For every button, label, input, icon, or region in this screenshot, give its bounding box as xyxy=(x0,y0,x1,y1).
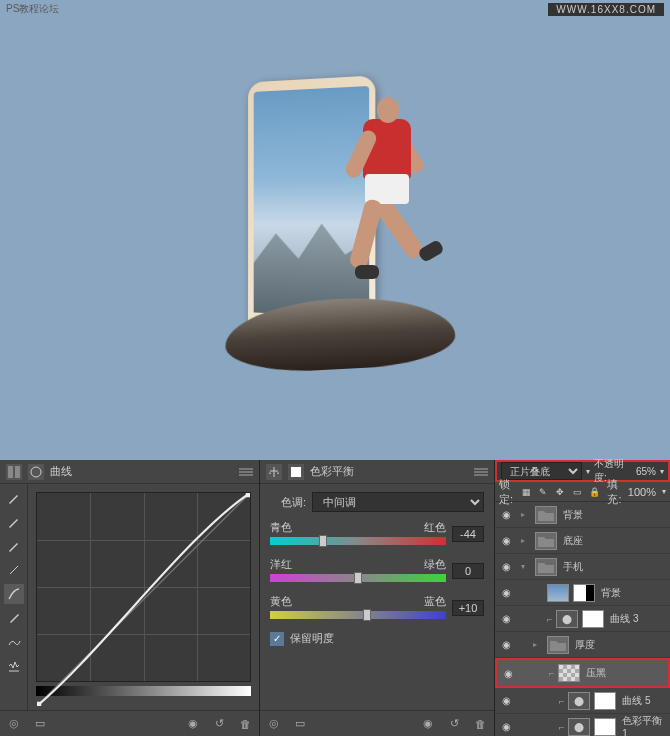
layer-row[interactable]: ◉ ⌐⬤ 曲线 3 xyxy=(495,606,670,632)
visibility-eye-icon[interactable]: ◉ xyxy=(499,535,513,546)
visibility-eye-icon[interactable]: ◉ xyxy=(499,561,513,572)
lock-pixels-icon[interactable]: ▦ xyxy=(519,485,533,499)
curves-graph-area[interactable] xyxy=(28,484,259,710)
layer-row[interactable]: ◉ ▸ 底座 xyxy=(495,528,670,554)
watermark-header: PS教程论坛 WWW.16XX8.COM xyxy=(0,0,670,18)
slider-thumb[interactable] xyxy=(319,535,327,547)
layer-name[interactable]: 背景 xyxy=(561,508,666,522)
clip-icon[interactable]: ▭ xyxy=(32,716,48,732)
slider-left-label: 洋红 xyxy=(270,557,292,572)
clip-indicator-icon: ⌐ xyxy=(549,668,554,678)
slider-thumb[interactable] xyxy=(354,572,362,584)
slider-right-label: 绿色 xyxy=(424,557,446,572)
slider-thumb[interactable] xyxy=(363,609,371,621)
lock-brush-icon[interactable]: ✎ xyxy=(536,485,550,499)
blend-opacity-row: 正片叠底 ▾ 不透明度: 65% ▾ xyxy=(495,460,670,482)
edit-points-icon[interactable] xyxy=(4,560,24,580)
visibility-eye-icon[interactable]: ◉ xyxy=(501,668,515,679)
curves-icon xyxy=(6,464,22,480)
layer-name[interactable]: 厚度 xyxy=(573,638,666,652)
layer-mask xyxy=(573,584,595,602)
balance-icon xyxy=(266,464,282,480)
svg-rect-9 xyxy=(291,467,301,477)
fill-value[interactable]: 100% xyxy=(628,486,656,498)
lock-position-icon[interactable]: ✥ xyxy=(553,485,567,499)
layer-name[interactable]: 背景 xyxy=(599,586,666,600)
layer-row[interactable]: ◉ ▸ 厚度 xyxy=(495,632,670,658)
smooth-icon[interactable] xyxy=(4,632,24,652)
colorbalance-menu-icon[interactable] xyxy=(474,467,488,477)
color-slider[interactable] xyxy=(270,574,446,582)
chevron-down-icon[interactable]: ▾ xyxy=(660,467,664,476)
canvas-area[interactable] xyxy=(0,18,670,460)
eyedropper-minus-icon[interactable] xyxy=(4,536,24,556)
colorbalance-body: 色调: 中间调 青色红色 -44 洋红绿色 0 黄色蓝色 +10 ✓ 保留明度 xyxy=(260,484,494,710)
layers-panel: 正片叠底 ▾ 不透明度: 65% ▾ 锁定: ▦ ✎ ✥ ▭ 🔒 填充: 100… xyxy=(495,460,670,736)
adjustment-icon xyxy=(28,464,44,480)
expand-arrow-icon[interactable]: ▸ xyxy=(521,510,531,519)
watermark-right: WWW.16XX8.COM xyxy=(548,3,664,16)
tone-select[interactable]: 中间调 xyxy=(312,492,484,512)
visibility-eye-icon[interactable]: ◉ xyxy=(499,509,513,520)
eyedropper-plus-icon[interactable] xyxy=(4,512,24,532)
color-slider[interactable] xyxy=(270,537,446,545)
eye-icon[interactable]: ◉ xyxy=(420,716,436,732)
clip-icon[interactable]: ▭ xyxy=(292,716,308,732)
curve-tool-icon[interactable] xyxy=(4,584,24,604)
clip-indicator-icon: ⌐ xyxy=(559,722,564,732)
layer-row[interactable]: ◉ ⌐ 压黑 xyxy=(495,658,670,688)
layer-name[interactable]: 手机 xyxy=(561,560,666,574)
eyedropper-icon[interactable] xyxy=(4,488,24,508)
layer-thumb xyxy=(558,664,580,682)
lock-row: 锁定: ▦ ✎ ✥ ▭ 🔒 填充: 100% ▾ xyxy=(495,482,670,502)
layer-row[interactable]: ◉ 背景 xyxy=(495,580,670,606)
histogram-icon[interactable] xyxy=(4,656,24,676)
slider-value-input[interactable]: 0 xyxy=(452,563,484,579)
reset-icon[interactable]: ↺ xyxy=(211,716,227,732)
expand-arrow-icon[interactable]: ▸ xyxy=(533,640,543,649)
slider-value-input[interactable]: -44 xyxy=(452,526,484,542)
preserve-luminosity-checkbox[interactable]: ✓ xyxy=(270,632,284,646)
layer-row[interactable]: ◉ ▸ 背景 xyxy=(495,502,670,528)
colorbalance-title: 色彩平衡 xyxy=(310,464,354,479)
layer-name[interactable]: 色彩平衡 1 xyxy=(620,714,666,736)
opacity-value[interactable]: 65% xyxy=(636,466,656,477)
expand-arrow-icon[interactable]: ▾ xyxy=(521,562,531,571)
curves-menu-icon[interactable] xyxy=(239,467,253,477)
trash-icon[interactable]: 🗑 xyxy=(237,716,253,732)
svg-rect-0 xyxy=(8,466,13,478)
chevron-down-icon[interactable]: ▾ xyxy=(662,487,666,496)
layers-list[interactable]: ◉ ▸ 背景◉ ▸ 底座◉ ▾ 手机◉ 背景◉ ⌐⬤ 曲线 3◉ ▸ 厚度◉ ⌐… xyxy=(495,502,670,736)
chevron-down-icon[interactable]: ▾ xyxy=(586,467,590,476)
expand-arrow-icon[interactable]: ▸ xyxy=(521,536,531,545)
pencil-tool-icon[interactable] xyxy=(4,608,24,628)
visibility-eye-icon[interactable]: ◉ xyxy=(499,639,513,650)
colorbalance-panel: 色彩平衡 色调: 中间调 青色红色 -44 洋红绿色 0 黄色蓝色 +10 ✓ … xyxy=(260,460,495,736)
color-slider[interactable] xyxy=(270,611,446,619)
layer-row[interactable]: ◉ ⌐⬤ 曲线 5 xyxy=(495,688,670,714)
eye-icon[interactable]: ◉ xyxy=(185,716,201,732)
visibility-eye-icon[interactable]: ◉ xyxy=(499,721,513,732)
visibility-eye-icon[interactable]: ◉ xyxy=(499,695,513,706)
layer-name[interactable]: 底座 xyxy=(561,534,666,548)
ring-icon[interactable]: ◎ xyxy=(6,716,22,732)
visibility-eye-icon[interactable]: ◉ xyxy=(499,613,513,624)
lock-artboard-icon[interactable]: ▭ xyxy=(570,485,584,499)
ring-icon[interactable]: ◎ xyxy=(266,716,282,732)
slider-value-input[interactable]: +10 xyxy=(452,600,484,616)
layer-row[interactable]: ◉ ▾ 手机 xyxy=(495,554,670,580)
visibility-eye-icon[interactable]: ◉ xyxy=(499,587,513,598)
lock-all-icon[interactable]: 🔒 xyxy=(587,485,601,499)
curves-toolbar xyxy=(0,484,28,710)
adjustment-thumb: ⬤ xyxy=(568,692,590,710)
layer-name[interactable]: 曲线 5 xyxy=(620,694,666,708)
layer-name[interactable]: 压黑 xyxy=(584,666,664,680)
layer-row[interactable]: ◉ ⌐⬤ 色彩平衡 1 xyxy=(495,714,670,736)
reset-icon[interactable]: ↺ xyxy=(446,716,462,732)
composite-artwork xyxy=(175,49,495,429)
folder-icon xyxy=(535,532,557,550)
layer-name[interactable]: 曲线 3 xyxy=(608,612,666,626)
folder-icon xyxy=(547,636,569,654)
trash-icon[interactable]: 🗑 xyxy=(472,716,488,732)
clip-indicator-icon: ⌐ xyxy=(547,614,552,624)
